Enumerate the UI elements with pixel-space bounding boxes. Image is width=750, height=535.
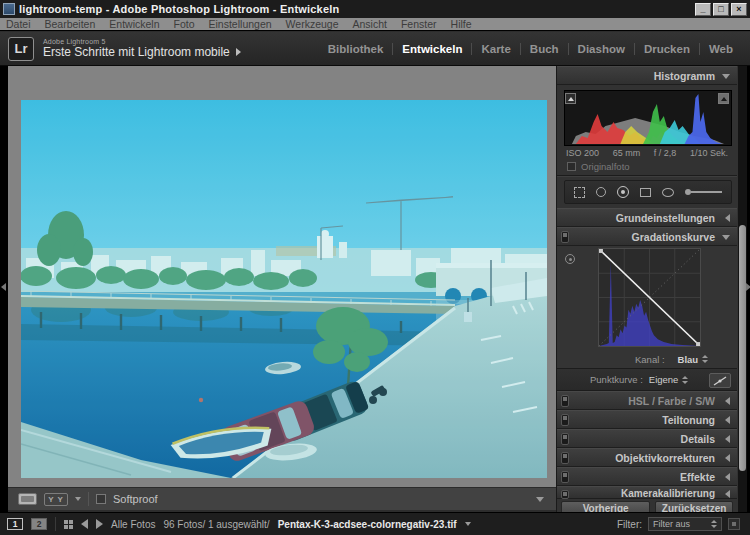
- filter-select[interactable]: Filter aus: [648, 517, 722, 531]
- original-photo-checkbox[interactable]: [567, 162, 576, 171]
- module-bibliothek[interactable]: Bibliothek: [319, 43, 393, 55]
- lightroom-window: lightroom-temp - Adobe Photoshop Lightro…: [0, 0, 750, 535]
- collapse-icon: [725, 435, 730, 443]
- tone-curve-enable-toggle[interactable]: [561, 231, 569, 243]
- selected-filename[interactable]: Pentax-K-3-acdsee-colornegativ-23.tif: [278, 519, 457, 530]
- titlebar: lightroom-temp - Adobe Photoshop Lightro…: [0, 0, 750, 18]
- previous-button[interactable]: Vorherige: [561, 501, 650, 512]
- camera-calibration-panel-header[interactable]: Kamerakalibrierung: [557, 486, 737, 499]
- source-dropdown-icon[interactable]: [465, 522, 471, 526]
- menu-fenster[interactable]: Fenster: [401, 18, 437, 30]
- basic-panel-header[interactable]: Grundeinstellungen: [557, 208, 737, 227]
- reset-button[interactable]: Zurücksetzen: [655, 501, 733, 512]
- source-label[interactable]: Alle Fotos: [111, 519, 155, 530]
- hsl-enable-toggle[interactable]: [561, 395, 569, 407]
- filter-label: Filter:: [617, 519, 642, 530]
- point-curve-label: Punktkurve :: [590, 374, 643, 385]
- hsl-panel-header[interactable]: HSL / Farbe / S/W: [557, 391, 737, 410]
- point-curve-icon: [713, 376, 727, 386]
- details-panel-header[interactable]: Details: [557, 429, 737, 448]
- camera-calibration-enable-toggle[interactable]: [561, 490, 569, 499]
- develop-buttons-row: Vorherige Zurücksetzen: [557, 499, 737, 512]
- collapse-icon: [722, 74, 730, 79]
- module-picker: Bibliothek Entwickeln Karte Buch Diashow…: [319, 43, 742, 55]
- radial-filter-tool-icon[interactable]: [662, 188, 674, 197]
- module-entwickeln[interactable]: Entwickeln: [393, 43, 471, 55]
- module-drucken[interactable]: Drucken: [635, 43, 699, 55]
- previous-photo-icon[interactable]: [81, 519, 88, 529]
- next-photo-icon[interactable]: [96, 519, 103, 529]
- tone-curve-editor[interactable]: [598, 248, 701, 347]
- menu-foto[interactable]: Foto: [174, 18, 195, 30]
- histogram[interactable]: [564, 90, 732, 146]
- loupe-view-icon[interactable]: [18, 493, 37, 505]
- spot-removal-tool-icon[interactable]: [596, 187, 606, 197]
- channel-stepper-icon: [702, 355, 708, 363]
- details-enable-toggle[interactable]: [561, 433, 569, 445]
- main-window-button[interactable]: 1: [7, 518, 23, 530]
- channel-select[interactable]: Blau: [678, 354, 709, 365]
- second-window-button[interactable]: 2: [31, 518, 47, 530]
- graduated-filter-tool-icon[interactable]: [640, 188, 651, 197]
- module-buch[interactable]: Buch: [521, 43, 568, 55]
- shadow-clipping-indicator[interactable]: [565, 93, 576, 104]
- split-toning-enable-toggle[interactable]: [561, 414, 569, 426]
- close-button[interactable]: ×: [731, 3, 747, 16]
- identity-version: Adobe Lightroom 5: [43, 38, 241, 45]
- exif-info: ISO 200 65 mm f / 2,8 1/10 Sek.: [557, 146, 737, 158]
- selection-status: 96 Fotos/ 1 ausgewählt/: [163, 519, 269, 530]
- app-icon: [3, 3, 15, 15]
- collapse-icon: [725, 416, 730, 424]
- module-header: Lr Adobe Lightroom 5 Erste Schritte mit …: [0, 32, 750, 66]
- adjustment-brush-tool-icon[interactable]: [685, 189, 722, 195]
- filter-lock-button[interactable]: [728, 518, 740, 530]
- toolbar-options-icon[interactable]: [536, 497, 544, 502]
- right-panel-collapse-icon[interactable]: [746, 283, 750, 291]
- red-eye-tool-icon[interactable]: [617, 186, 629, 198]
- original-photo-row: Originalfoto: [557, 158, 737, 175]
- menu-einstellungen[interactable]: Einstellungen: [209, 18, 272, 30]
- menu-entwickeln[interactable]: Entwickeln: [109, 18, 159, 30]
- module-web[interactable]: Web: [700, 43, 742, 55]
- module-karte[interactable]: Karte: [472, 43, 519, 55]
- lens-corrections-panel-header[interactable]: Objektivkorrekturen: [557, 448, 737, 467]
- menu-werkzeuge[interactable]: Werkzeuge: [286, 18, 339, 30]
- develop-right-panel: Histogramm: [556, 66, 737, 512]
- exif-shutter: 1/10 Sek.: [690, 148, 728, 158]
- menu-bearbeiten[interactable]: Bearbeiten: [45, 18, 96, 30]
- histogram-panel-header[interactable]: Histogramm: [557, 66, 737, 85]
- highlight-clipping-indicator[interactable]: [718, 93, 729, 104]
- menu-datei[interactable]: Datei: [6, 18, 31, 30]
- left-panel-collapsed[interactable]: [0, 66, 8, 512]
- grid-view-icon[interactable]: [64, 520, 73, 529]
- original-photo-label: Originalfoto: [581, 161, 630, 172]
- tone-curve-panel-header[interactable]: Gradationskurve: [557, 227, 737, 246]
- maximize-button[interactable]: □: [713, 3, 729, 16]
- softproof-label: Softproof: [113, 493, 158, 505]
- minimize-button[interactable]: _: [695, 3, 711, 16]
- scrollbar-thumb[interactable]: [739, 225, 746, 471]
- crop-tool-icon[interactable]: [574, 187, 585, 198]
- softproof-checkbox[interactable]: [96, 494, 106, 504]
- point-curve-stepper-icon: [682, 376, 688, 384]
- photo-preview[interactable]: [21, 100, 547, 478]
- exif-aperture: f / 2,8: [654, 148, 677, 158]
- before-after-icon[interactable]: Y Y: [44, 493, 68, 506]
- exif-focal: 65 mm: [613, 148, 641, 158]
- effects-enable-toggle[interactable]: [561, 471, 569, 483]
- window-title: lightroom-temp - Adobe Photoshop Lightro…: [19, 3, 339, 15]
- split-toning-panel-header[interactable]: Teiltonung: [557, 410, 737, 429]
- edit-point-curve-button[interactable]: [709, 373, 731, 388]
- identity-plate[interactable]: Adobe Lightroom 5 Erste Schritte mit Lig…: [43, 38, 241, 59]
- lens-corrections-enable-toggle[interactable]: [561, 452, 569, 464]
- menu-ansicht[interactable]: Ansicht: [353, 18, 387, 30]
- before-after-dropdown-icon[interactable]: [75, 497, 81, 501]
- menu-hilfe[interactable]: Hilfe: [451, 18, 472, 30]
- collapse-icon: [725, 397, 730, 405]
- targeted-adjustment-icon[interactable]: [565, 254, 575, 264]
- left-panel-expand-icon[interactable]: [1, 283, 6, 291]
- exif-iso: ISO 200: [566, 148, 599, 158]
- module-diashow[interactable]: Diashow: [569, 43, 634, 55]
- point-curve-select[interactable]: Eigene: [649, 374, 689, 385]
- effects-panel-header[interactable]: Effekte: [557, 467, 737, 486]
